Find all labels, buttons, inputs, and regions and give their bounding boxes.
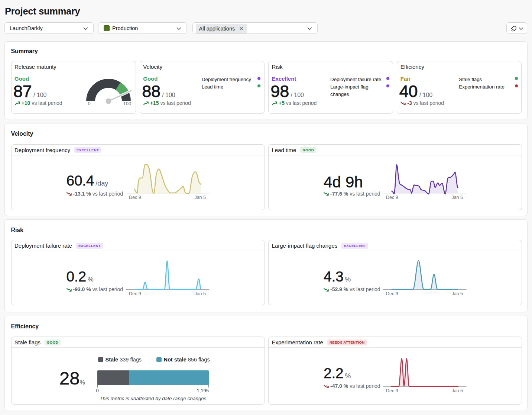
svg-text:Jan 5: Jan 5 [194,195,206,200]
svg-text:Jan 5: Jan 5 [451,195,463,200]
svg-text:Jan 5: Jan 5 [451,388,463,393]
svg-text:Jan 5: Jan 5 [194,291,206,296]
svg-text:Jan 5: Jan 5 [451,291,463,296]
svg-text:Dec 9: Dec 9 [386,291,398,296]
svg-text:Dec 9: Dec 9 [129,291,141,296]
svg-text:Dec 9: Dec 9 [386,388,398,393]
svg-text:Dec 9: Dec 9 [386,195,398,200]
svg-text:Dec 9: Dec 9 [129,195,141,200]
